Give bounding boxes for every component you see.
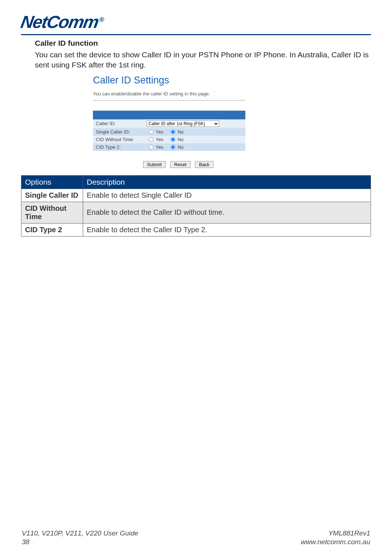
radio-ct2-no[interactable] [171, 145, 175, 149]
row-caller-id: Caller ID: Caller ID after 1st Ring (FSK… [93, 119, 245, 128]
th-description: Description [83, 175, 371, 189]
radio-label-no: No [177, 129, 184, 135]
select-caller-id[interactable]: Caller ID after 1st Ring (FSK) [147, 120, 219, 127]
reset-button[interactable]: Reset [170, 161, 191, 168]
cell-description: Enable to detect the Caller ID without t… [83, 202, 371, 223]
radio-single-yes[interactable] [149, 130, 154, 134]
label-cid-without-time: CID Without Time: [96, 137, 147, 142]
cell-option: CID Without Time [21, 202, 83, 223]
settings-form: Caller ID: Caller ID after 1st Ring (FSK… [93, 111, 245, 151]
radio-label-no: No [177, 144, 184, 150]
radio-cwt-yes[interactable] [149, 137, 154, 142]
label-caller-id: Caller ID: [96, 121, 147, 126]
options-table: Options Description Single Caller ID Ena… [21, 175, 371, 237]
panel-hint: You can enable/disable the caller ID set… [93, 91, 245, 100]
section-body: You can set the device to show Caller ID… [35, 50, 371, 70]
footer-page: 38 [22, 538, 138, 547]
footer-url: www.netcomm.com.au [301, 538, 370, 547]
radio-ct2-yes[interactable] [149, 145, 154, 149]
footer-left: V110, V210P, V211, V220 User Guide 38 [22, 529, 138, 547]
panel-title: Caller ID Settings [93, 75, 264, 86]
table-row: Single Caller ID Enable to detect Single… [21, 189, 371, 202]
header: NetComm® [21, 8, 371, 35]
settings-panel: Caller ID Settings You can enable/disabl… [93, 75, 264, 168]
footer-guide: V110, V210P, V211, V220 User Guide [22, 529, 138, 538]
button-row: Submit Reset Back [93, 161, 264, 168]
form-header-bar [93, 111, 245, 119]
cell-option: CID Type 2 [21, 223, 83, 236]
radio-label-yes: Yes [156, 129, 163, 135]
row-cid-type2: CID Type 2: Yes No [93, 143, 245, 151]
row-single-caller-id: Single Caller ID: Yes No [93, 128, 245, 136]
radio-label-yes: Yes [156, 144, 163, 150]
radio-label-yes: Yes [156, 137, 163, 142]
label-cid-type2: CID Type 2: [96, 144, 147, 150]
radio-cwt-no[interactable] [171, 137, 175, 142]
cell-description: Enable to detect Single Caller ID [83, 189, 371, 202]
registered-icon: ® [99, 16, 104, 23]
row-cid-without-time: CID Without Time: Yes No [93, 136, 245, 143]
cell-option: Single Caller ID [21, 189, 83, 202]
section-title: Caller ID function [35, 39, 371, 48]
page-footer: V110, V210P, V211, V220 User Guide 38 YM… [22, 529, 370, 547]
brand-text: NetComm [19, 12, 100, 32]
th-options: Options [21, 175, 83, 189]
table-row: CID Type 2 Enable to detect the Caller I… [21, 223, 371, 236]
cell-description: Enable to detect the Caller ID Type 2. [83, 223, 371, 236]
footer-rev: YML881Rev1 [301, 529, 370, 538]
submit-button[interactable]: Submit [143, 161, 166, 168]
table-row: CID Without Time Enable to detect the Ca… [21, 202, 371, 223]
label-single-caller-id: Single Caller ID: [96, 129, 147, 135]
radio-label-no: No [177, 137, 184, 142]
radio-single-no[interactable] [171, 130, 175, 134]
brand-logo: NetComm® [19, 12, 105, 32]
back-button[interactable]: Back [195, 161, 213, 168]
footer-right: YML881Rev1 www.netcomm.com.au [301, 529, 370, 547]
